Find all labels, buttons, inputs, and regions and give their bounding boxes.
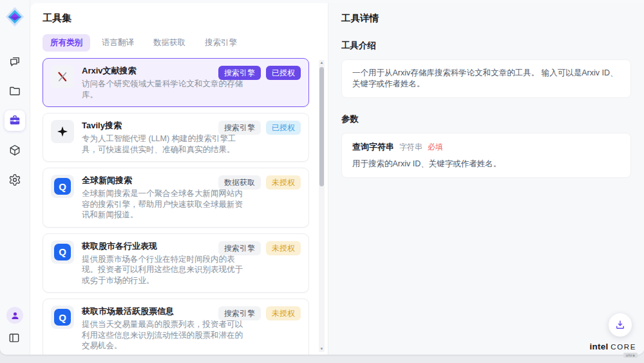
q-logo-icon: Q <box>54 178 71 195</box>
category-tabs: 所有类别语言翻译数据获取搜索引擎 <box>43 34 328 52</box>
sidebar-item-settings[interactable] <box>5 170 25 190</box>
tool-card[interactable]: Arxiv文献搜索 访问各个研究领域大量科学论文和文章的存储库。 搜索引擎 已授… <box>43 58 309 107</box>
intro-box: 一个用于从Arxiv存储库搜索科学论文和文章的工具。 输入可以是Arxiv ID… <box>341 59 631 98</box>
sidebar-item-tools[interactable] <box>5 110 25 131</box>
intro-heading: 工具介绍 <box>341 40 631 52</box>
ultra-badge: ultra <box>623 353 638 358</box>
cube-icon <box>8 144 21 157</box>
tool-auth-badge: 未授权 <box>266 241 301 255</box>
params-list: 查询字符串 字符串 必填 用于搜索的Arxiv ID、关键字或作者姓名。 <box>341 133 631 178</box>
tool-card[interactable]: Q 获取市场最活跃股票信息 提供当天交易量最高的股票列表，投资者可以利用这些信息… <box>43 299 309 355</box>
tool-list: Arxiv文献搜索 访问各个研究领域大量科学论文和文章的存储库。 搜索引擎 已授… <box>43 58 309 355</box>
sidebar-nav <box>5 51 25 190</box>
tool-category-badge: 搜索引擎 <box>218 121 261 135</box>
tool-card[interactable]: Q 获取股市各行业表现 提供股票市场各个行业在特定时间段内的表现。投资者可以利用… <box>43 233 309 293</box>
scrollbar-thumb[interactable] <box>319 67 324 186</box>
tab-category-0[interactable]: 所有类别 <box>43 34 90 52</box>
tool-description: 提供股票市场各个行业在特定时间段内的表现。投资者可以利用这些信息来识别表现优于或… <box>82 254 248 286</box>
tool-auth-badge: 已授权 <box>266 121 301 135</box>
tool-category-badge: 数据获取 <box>218 175 261 190</box>
collapse-sidebar-icon[interactable] <box>8 331 22 346</box>
q-blue-icon: Q <box>51 175 74 198</box>
tool-details-panel: 工具详情 工具介绍 一个用于从Arxiv存储库搜索科学论文和文章的工具。 输入可… <box>328 3 644 355</box>
arxiv-icon <box>51 65 74 88</box>
param-type: 字符串 <box>399 142 422 153</box>
sidebar-bottom <box>6 307 23 355</box>
folder-icon <box>8 84 21 97</box>
tavily-star-icon <box>51 120 74 143</box>
tool-category-badge: 搜索引擎 <box>218 241 261 255</box>
tab-category-3[interactable]: 搜索引擎 <box>197 34 245 52</box>
tool-description: 全球新闻搜索是一个聚合全球各大新闻网站内容的搜索引擎，帮助用户快速获取全球最新资… <box>82 188 248 221</box>
download-button[interactable] <box>609 313 632 337</box>
person-icon <box>10 310 21 321</box>
sidebar <box>0 0 30 355</box>
tools-panel: 工具集 所有类别语言翻译数据获取搜索引擎 Arxiv文献搜索 访问各个研究领域大… <box>30 3 328 355</box>
q-blue-icon: Q <box>51 306 74 329</box>
param-description: 用于搜索的Arxiv ID、关键字或作者姓名。 <box>352 159 620 170</box>
app-logo-icon <box>4 6 26 28</box>
user-avatar[interactable] <box>6 307 23 324</box>
q-logo-icon: Q <box>54 309 71 326</box>
tool-auth-badge: 未授权 <box>266 175 301 190</box>
intel-wordmark: intel <box>590 342 609 351</box>
download-icon <box>614 319 626 331</box>
core-wordmark: CORE <box>611 343 636 351</box>
tool-card[interactable]: Tavily搜索 专为人工智能代理 (LLM) 构建的搜索引擎工具，可快速提供实… <box>43 113 309 162</box>
tab-category-1[interactable]: 语言翻译 <box>94 34 142 52</box>
param-name: 查询字符串 <box>352 141 394 153</box>
tool-description: 提供当天交易量最高的股票列表，投资者可以利用这些信息来识别流动性强的股票和潜在的… <box>82 319 248 351</box>
scrollbar[interactable]: ▲ ▼ <box>319 60 325 352</box>
param-box: 查询字符串 字符串 必填 用于搜索的Arxiv ID、关键字或作者姓名。 <box>341 133 631 178</box>
intel-core-logo: intelCORE ultra <box>590 340 636 352</box>
tool-card[interactable]: Q 全球新闻搜索 全球新闻搜索是一个聚合全球各大新闻网站内容的搜索引擎，帮助用户… <box>43 168 309 228</box>
param-required-flag: 必填 <box>428 142 443 153</box>
scroll-down-icon[interactable]: ▼ <box>319 346 325 352</box>
intro-text: 一个用于从Arxiv存储库搜索科学论文和文章的工具。 输入可以是Arxiv ID… <box>352 68 620 90</box>
tool-auth-badge: 未授权 <box>266 306 301 320</box>
page-title: 工具集 <box>43 12 328 25</box>
tool-category-badge: 搜索引擎 <box>218 66 261 80</box>
details-title: 工具详情 <box>341 12 631 25</box>
q-blue-icon: Q <box>51 240 74 264</box>
toolbox-icon <box>8 114 21 127</box>
params-heading: 参数 <box>341 113 631 125</box>
tool-description: 访问各个研究领域大量科学论文和文章的存储库。 <box>82 79 248 100</box>
scroll-up-icon[interactable]: ▲ <box>319 60 325 66</box>
sidebar-item-files[interactable] <box>5 81 25 101</box>
sidebar-item-models[interactable] <box>5 140 25 161</box>
tool-auth-badge: 已授权 <box>266 66 301 80</box>
q-logo-icon: Q <box>54 244 71 260</box>
chat-icon <box>8 55 21 68</box>
tool-category-badge: 搜索引擎 <box>218 306 261 320</box>
gear-icon <box>8 173 21 186</box>
app-window: 工具集 所有类别语言翻译数据获取搜索引擎 Arxiv文献搜索 访问各个研究领域大… <box>0 0 644 355</box>
sidebar-item-chat[interactable] <box>5 51 25 72</box>
tab-category-2[interactable]: 数据获取 <box>146 34 193 52</box>
tool-description: 专为人工智能代理 (LLM) 构建的搜索引擎工具，可快速提供实时、准确和真实的结… <box>82 133 248 155</box>
content-area: 工具集 所有类别语言翻译数据获取搜索引擎 Arxiv文献搜索 访问各个研究领域大… <box>30 3 644 355</box>
